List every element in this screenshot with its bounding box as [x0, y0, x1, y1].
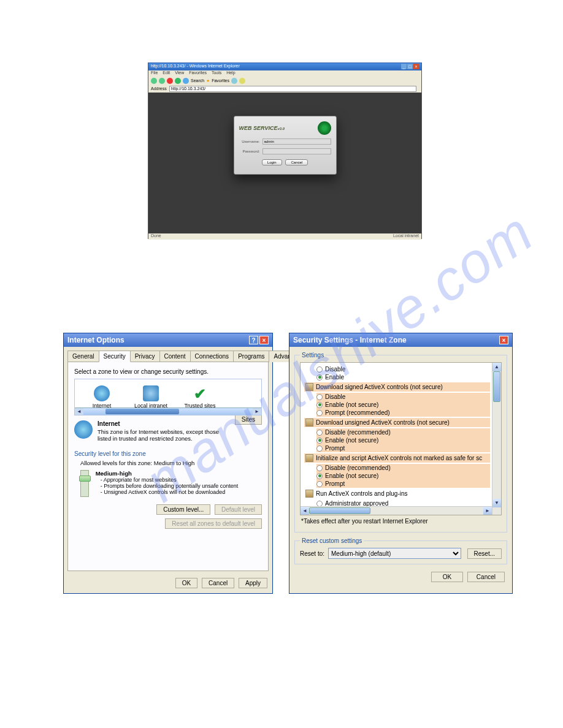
forward-icon[interactable] — [159, 78, 165, 84]
radio-icon[interactable] — [316, 366, 323, 373]
radio-icon[interactable] — [316, 374, 323, 381]
status-left: Done — [151, 233, 161, 240]
menu-edit[interactable]: Edit — [163, 70, 170, 75]
address-input[interactable] — [169, 86, 416, 92]
scroll-right-icon[interactable]: ► — [253, 408, 261, 415]
custom-level-button[interactable]: Custom level... — [156, 504, 210, 515]
menu-tools[interactable]: Tools — [212, 70, 221, 75]
browser-toolbar: Search ★ Favorites — [148, 77, 421, 85]
security-level-section: Security level for this zone Allowed lev… — [74, 450, 262, 529]
home-icon[interactable] — [183, 78, 189, 84]
scroll-thumb[interactable] — [105, 409, 179, 414]
scroll-down-icon[interactable]: ▼ — [492, 499, 501, 507]
radio-icon[interactable] — [316, 394, 323, 400]
radio-icon[interactable] — [316, 473, 323, 479]
history-icon[interactable] — [231, 78, 237, 84]
setting-option[interactable]: Disable (recommended) — [316, 464, 490, 472]
cancel-button[interactable]: Cancel — [467, 572, 505, 582]
setting-option[interactable]: Prompt — [316, 444, 490, 452]
zone-local-intranet[interactable]: Local intranet — [126, 385, 175, 409]
mail-icon[interactable] — [239, 78, 245, 84]
maximize-button[interactable]: □ — [407, 64, 413, 69]
menu-favorites[interactable]: Favorites — [189, 70, 207, 75]
ok-button[interactable]: OK — [431, 572, 463, 582]
radio-icon[interactable] — [316, 501, 323, 507]
allowed-levels-text: Allowed levels for this zone: Medium to … — [80, 460, 262, 466]
radio-icon[interactable] — [316, 402, 323, 408]
minimize-button[interactable]: _ — [401, 64, 407, 69]
apply-button[interactable]: Apply — [239, 578, 267, 588]
sites-button[interactable]: Sites — [235, 414, 262, 425]
tab-programs[interactable]: Programs — [233, 351, 269, 362]
menu-help[interactable]: Help — [226, 70, 235, 75]
setting-option[interactable]: Enable — [316, 373, 490, 381]
radio-icon[interactable] — [316, 438, 323, 444]
browser-menubar[interactable]: File Edit View Favorites Tools Help — [148, 70, 421, 77]
favorites-button[interactable]: Favorites — [212, 78, 229, 83]
horizontal-scrollbar[interactable]: ◄ ► — [301, 506, 492, 515]
ie-browser-window: http://10.10.3.243/ - Windows Internet E… — [148, 63, 422, 239]
close-button[interactable]: × — [413, 64, 419, 69]
slider-thumb[interactable] — [79, 476, 91, 482]
browser-title: http://10.10.3.243/ - Windows Internet E… — [151, 64, 240, 70]
close-button[interactable]: × — [499, 336, 508, 344]
option-label: Enable (not secure) — [325, 437, 378, 444]
help-button[interactable]: ? — [249, 336, 258, 344]
zone-internet[interactable]: Internet — [77, 385, 126, 409]
login-cancel-button[interactable]: Cancel — [285, 159, 308, 165]
ok-button[interactable]: OK — [175, 578, 197, 588]
dialog-titlebar: Security Settings - Internet Zone × — [289, 333, 512, 347]
tab-privacy[interactable]: Privacy — [130, 351, 160, 362]
radio-icon[interactable] — [316, 481, 323, 487]
setting-option[interactable]: Disable (recommended) — [316, 428, 490, 436]
menu-file[interactable]: File — [151, 70, 158, 75]
setting-option[interactable]: Disable — [316, 393, 490, 401]
cancel-button[interactable]: Cancel — [202, 578, 234, 588]
zone-scrollbar[interactable]: ◄ ► — [75, 408, 261, 415]
stop-icon[interactable] — [167, 78, 173, 84]
internet-options-dialog: Internet Options ? × General Security Pr… — [63, 333, 273, 594]
close-button[interactable]: × — [259, 336, 269, 344]
reset-to-select[interactable]: Medium-high (default) — [328, 548, 461, 559]
setting-group-header: Download unsigned ActiveX controls (not … — [304, 418, 490, 427]
default-level-button[interactable]: Default level — [215, 504, 262, 515]
scroll-left-icon[interactable]: ◄ — [301, 507, 309, 515]
option-label: Prompt — [325, 480, 345, 487]
setting-option[interactable]: Prompt — [316, 480, 490, 488]
login-button[interactable]: Login — [262, 159, 282, 165]
scroll-thumb[interactable] — [309, 507, 370, 514]
tab-security[interactable]: Security — [99, 351, 131, 362]
tab-connections[interactable]: Connections — [190, 351, 234, 362]
radio-icon[interactable] — [316, 430, 323, 436]
address-label: Address — [151, 86, 167, 91]
scroll-thumb[interactable] — [493, 371, 500, 402]
reset-button[interactable]: Reset... — [467, 548, 502, 559]
setting-option[interactable]: Enable (not secure) — [316, 472, 490, 480]
tab-general[interactable]: General — [67, 351, 99, 362]
radio-icon[interactable] — [316, 410, 323, 416]
search-button[interactable]: Search — [191, 78, 204, 83]
refresh-icon[interactable] — [175, 78, 181, 84]
setting-option[interactable]: Enable (not secure) — [316, 436, 490, 444]
back-icon[interactable] — [151, 78, 157, 84]
scroll-left-icon[interactable]: ◄ — [75, 408, 83, 415]
setting-option[interactable]: Prompt (recommended) — [316, 409, 490, 417]
radio-icon[interactable] — [316, 446, 323, 452]
tab-content[interactable]: Content — [159, 351, 191, 362]
reset-all-zones-button[interactable]: Reset all zones to default level — [165, 518, 262, 529]
password-input[interactable] — [262, 148, 331, 154]
activex-icon — [305, 490, 313, 498]
radio-icon[interactable] — [316, 465, 323, 471]
setting-option[interactable]: Enable (not secure) — [316, 401, 490, 409]
setting-option[interactable]: Disable — [316, 365, 490, 373]
settings-listbox[interactable]: DisableEnableDownload signed ActiveX con… — [300, 362, 502, 515]
zone-selector[interactable]: Internet Local intranet Trusted sites ◄ … — [74, 379, 262, 415]
login-panel: WEB SERVICEv3.0 Username: Password: Logi… — [234, 116, 337, 175]
zone-trusted-sites[interactable]: Trusted sites — [175, 385, 224, 409]
scroll-right-icon[interactable]: ► — [483, 507, 492, 515]
scroll-up-icon[interactable]: ▲ — [492, 363, 501, 371]
security-slider[interactable] — [80, 470, 89, 497]
menu-view[interactable]: View — [175, 70, 184, 75]
username-input[interactable] — [262, 138, 331, 145]
vertical-scrollbar[interactable]: ▲ ▼ — [492, 363, 501, 515]
